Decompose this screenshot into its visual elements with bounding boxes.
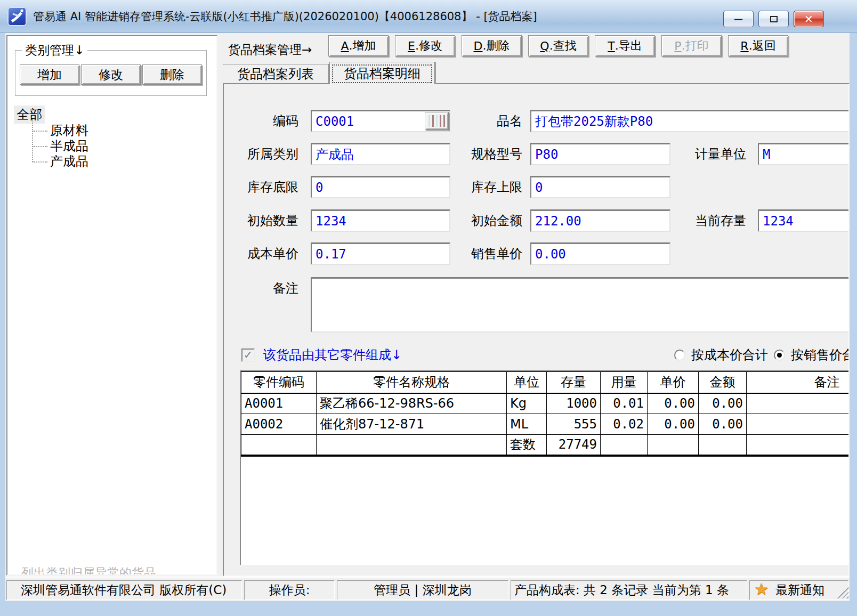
cost-price-input[interactable] <box>311 242 450 265</box>
col-usage: 用量 <box>601 372 648 393</box>
status-operator-value: 管理员 | 深圳龙岗 <box>337 580 508 600</box>
radio-by-cost-label[interactable]: 按成本价合计 <box>691 346 768 363</box>
back-button[interactable]: R.返回 <box>728 35 788 56</box>
tree-node-semi-finished[interactable]: 半成品 <box>32 139 88 154</box>
parts-grid: 零件编码 零件名称规格 单位 存量 用量 单价 金额 备注 A0001 聚乙稀6… <box>240 370 850 565</box>
init-qty-input[interactable] <box>311 209 450 232</box>
parts-header-row: 零件编码 零件名称规格 单位 存量 用量 单价 金额 备注 <box>241 372 850 393</box>
radio-dot <box>777 353 782 358</box>
composed-checkbox-label[interactable]: 该货品由其它零件组成↓ <box>263 346 402 363</box>
col-stock: 存量 <box>547 372 601 393</box>
tab-goods-detail[interactable]: 货品档案明细 <box>329 62 435 84</box>
category-input[interactable] <box>311 143 450 165</box>
close-icon: ✕ <box>804 13 813 26</box>
app-icon <box>7 7 27 26</box>
delete-button[interactable]: D.删除 <box>462 35 522 56</box>
tree-node-all[interactable]: 全部 <box>14 106 45 124</box>
col-part-name: 零件名称规格 <box>317 372 507 393</box>
stock-max-label: 库存上限 <box>445 176 522 198</box>
col-amount: 金额 <box>699 372 747 393</box>
init-qty-label: 初始数量 <box>228 209 298 232</box>
col-part-code: 零件编码 <box>241 372 317 393</box>
summary-row: 套数 27749 <box>241 435 850 456</box>
window-controls: — ✕ <box>723 11 824 27</box>
code-label: 编码 <box>228 110 298 132</box>
radio-by-cost[interactable] <box>674 350 685 361</box>
notice-label: 最新通知 <box>775 583 824 597</box>
client-area: 类别管理↓ 增加 修改 删除 全部 原材料 半成品 产成品 列出类别归属异常的货… <box>5 33 850 601</box>
name-input[interactable] <box>530 110 850 132</box>
sale-price-label: 销售单价 <box>445 242 522 265</box>
close-button[interactable]: ✕ <box>794 11 824 27</box>
stock-max-input[interactable] <box>530 176 670 198</box>
sets-value: 27749 <box>547 435 601 456</box>
remark-label: 备注 <box>228 277 298 299</box>
browse-icon <box>428 115 430 127</box>
category-panel: 类别管理↓ 增加 修改 删除 全部 原材料 半成品 产成品 列出类别归属异常的货… <box>6 35 217 576</box>
stock-min-label: 库存底限 <box>228 176 298 198</box>
category-tree: 原材料 半成品 产成品 <box>32 123 88 169</box>
toolbar-title: 货品档案管理→ <box>228 42 312 58</box>
category-edit-button[interactable]: 修改 <box>81 64 141 85</box>
detail-panel: 编码 品名 所属类别 规格型号 计量单位 库存底限 库存上限 初始数量 初始金额… <box>223 83 850 577</box>
maximize-icon <box>770 16 778 22</box>
tree-node-finished[interactable]: 产成品 <box>32 154 88 169</box>
edit-button[interactable]: E.修改 <box>395 35 455 56</box>
tab-goods-list[interactable]: 货品档案列表 <box>223 64 328 84</box>
category-delete-button[interactable]: 删除 <box>142 64 202 85</box>
search-button[interactable]: Q.查找 <box>528 35 588 56</box>
init-amount-input[interactable] <box>530 209 670 232</box>
sets-label: 套数 <box>507 435 547 456</box>
export-button[interactable]: T.导出 <box>595 35 655 56</box>
radio-by-sale-label[interactable]: 按销售价合计 <box>791 346 850 363</box>
print-button: P.打印 <box>661 35 722 56</box>
check-icon: ✓ <box>244 348 253 361</box>
status-bar: 深圳管易通软件有限公司 版权所有(C) 操作员: 管理员 | 深圳龙岗 产品构成… <box>5 577 850 601</box>
spec-label: 规格型号 <box>445 143 522 165</box>
table-row[interactable]: A0002 催化剂87-12-871 ML 555 0.02 0.00 0.00 <box>241 414 850 435</box>
col-unit: 单位 <box>507 372 547 393</box>
name-label: 品名 <box>445 110 522 132</box>
cost-price-label: 成本单价 <box>228 242 298 265</box>
tree-node-raw-material[interactable]: 原材料 <box>32 123 88 139</box>
category-group-title: 类别管理↓ <box>22 42 87 59</box>
composed-checkbox[interactable]: ✓ <box>241 348 255 362</box>
title-bar: 管易通 AI 智能进销存管理系统-云联版(小红书推广版)(2026020100)… <box>0 0 857 33</box>
col-remark: 备注 <box>747 372 850 393</box>
current-stock-label: 当前存量 <box>681 209 746 232</box>
status-notice[interactable]: ★ 最新通知 <box>749 580 848 600</box>
maximize-button[interactable] <box>758 11 789 27</box>
stock-min-input[interactable] <box>311 176 450 198</box>
col-price: 单价 <box>648 372 699 393</box>
unit-label: 计量单位 <box>681 143 746 165</box>
table-row[interactable]: A0001 聚乙稀66-12-98RS-66 Kg 1000 0.01 0.00… <box>241 393 850 414</box>
status-copyright: 深圳管易通软件有限公司 版权所有(C) <box>6 580 242 600</box>
star-icon: ★ <box>754 580 769 598</box>
toolbar: A.增加 E.修改 D.删除 Q.查找 T.导出 P.打印 R.返回 <box>328 35 788 56</box>
minimize-icon: — <box>734 14 743 25</box>
category-add-button[interactable]: 增加 <box>20 64 79 85</box>
category-footer-note[interactable]: 列出类别归属异常的货品 <box>21 565 156 576</box>
status-operator-label: 操作员: <box>244 580 335 600</box>
sale-price-input[interactable] <box>530 242 670 265</box>
init-amount-label: 初始金额 <box>445 209 522 232</box>
window-title: 管易通 AI 智能进销存管理系统-云联版(小红书推广版)(2026020100)… <box>33 0 537 33</box>
remark-input[interactable] <box>311 277 850 333</box>
spec-input[interactable] <box>530 143 670 165</box>
minimize-button[interactable]: — <box>723 11 754 27</box>
radio-by-sale[interactable] <box>774 350 785 361</box>
category-group: 类别管理↓ 增加 修改 删除 <box>15 50 207 96</box>
unit-input[interactable] <box>758 143 850 165</box>
current-stock-input[interactable] <box>758 209 850 232</box>
category-label: 所属类别 <box>228 143 298 165</box>
add-button[interactable]: A.增加 <box>328 35 389 56</box>
status-record-info: 产品构成表: 共 2 条记录 当前为第 1 条 <box>511 580 747 600</box>
